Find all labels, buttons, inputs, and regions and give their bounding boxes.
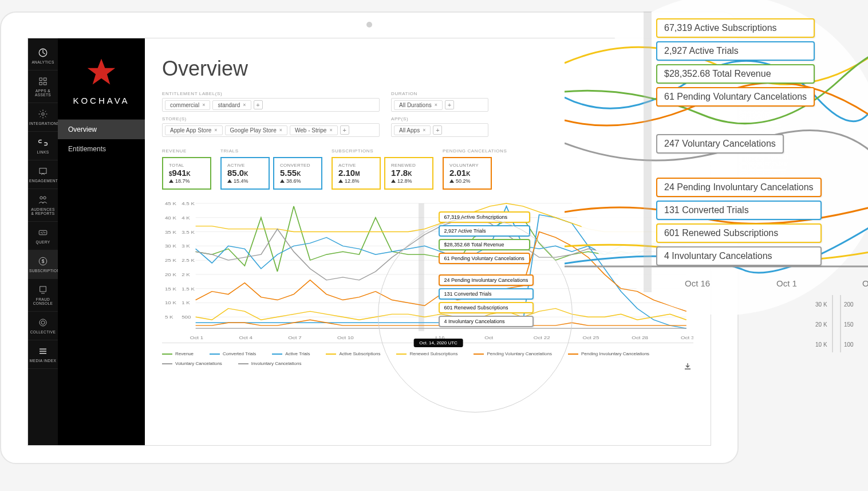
section-label: TRIALS xyxy=(220,148,322,154)
star-logo-icon xyxy=(86,57,117,88)
svg-text:15 K: 15 K xyxy=(165,286,176,292)
svg-text:10 K: 10 K xyxy=(165,300,176,305)
zoom-tip: 24 Pending Involuntary Cancelations xyxy=(656,178,822,197)
legend-item[interactable]: Active Trials xyxy=(272,349,310,358)
metric-card-active[interactable]: ACTIVE2.10M12.8% xyxy=(332,157,381,190)
svg-text:Oct 28: Oct 28 xyxy=(632,335,648,340)
rail-media-index[interactable]: MEDIA INDEX xyxy=(28,340,58,369)
legend-item[interactable]: Pending Involuntary Cancelations xyxy=(568,349,649,358)
rail-subscriptions[interactable]: $SUBSCRIPTIONS xyxy=(28,250,58,279)
magnifier-ring xyxy=(378,218,573,413)
rail-apps-assets[interactable]: APPS & ASSETS xyxy=(28,70,58,103)
svg-text:3.5 K: 3.5 K xyxy=(182,229,195,234)
duration-chipbar[interactable]: All Durations×+ xyxy=(391,98,488,112)
metric-card-voluntary[interactable]: VOLUNTARY2.01K50.2% xyxy=(443,157,492,190)
chip-commercial[interactable]: commercial× xyxy=(165,100,210,110)
chip-add-button[interactable]: + xyxy=(254,100,263,109)
chip-all-durations[interactable]: All Durations× xyxy=(394,100,443,110)
svg-text:Oct 1: Oct 1 xyxy=(776,278,797,288)
svg-marker-15 xyxy=(88,59,116,85)
svg-text:30 K: 30 K xyxy=(165,243,176,249)
rail-links[interactable]: LINKS xyxy=(28,132,58,160)
zoom-tip: 4 Involuntary Cancelations xyxy=(656,246,822,266)
media-index-icon xyxy=(29,346,57,356)
chip-web-stripe[interactable]: Web - Stripe× xyxy=(290,125,338,135)
svg-rect-0 xyxy=(40,78,42,81)
chip-all-apps[interactable]: All Apps× xyxy=(394,125,431,135)
chip-remove-icon[interactable]: × xyxy=(423,127,425,133)
rail-fraud-console[interactable]: FRAUD CONSOLE xyxy=(28,279,58,312)
sidenav-entitlements[interactable]: Entitlements xyxy=(58,139,145,159)
zoom-tip: 131 Converted Trials xyxy=(656,201,822,220)
svg-point-7 xyxy=(44,197,46,199)
apps-chipbar[interactable]: All Apps×+ xyxy=(391,123,488,137)
zoom-tip: 61 Pending Voluntary Cancelations xyxy=(656,87,815,107)
chip-remove-icon[interactable]: × xyxy=(214,127,217,133)
audiences-reports-icon xyxy=(29,195,57,205)
metric-card-active[interactable]: ACTIVE85.0K15.4% xyxy=(220,157,270,190)
chip-remove-icon[interactable]: × xyxy=(243,102,246,108)
entitlement-chipbar[interactable]: commercial×standard×+ xyxy=(162,98,380,112)
svg-text:Oct 16: Oct 16 xyxy=(685,278,710,288)
rail-analytics[interactable]: ANALYTICS xyxy=(28,42,58,70)
chip-remove-icon[interactable]: × xyxy=(435,102,437,108)
entitlement-label: ENTITLEMENT LABEL(S) xyxy=(162,91,380,96)
rail-engagement[interactable]: ENGAGEMENT xyxy=(28,160,58,189)
section-revenue: REVENUETOTAL$941K18.7% xyxy=(162,148,211,190)
legend-item[interactable]: Active Subscriptions xyxy=(326,349,380,358)
svg-point-4 xyxy=(42,113,45,116)
svg-text:200: 200 xyxy=(844,301,854,308)
rail-query[interactable]: </>QUERY xyxy=(28,222,58,250)
svg-text:O: O xyxy=(862,278,868,288)
download-icon[interactable] xyxy=(684,362,691,372)
section-label: SUBSCRIPTIONS xyxy=(332,148,433,154)
svg-text:1 K: 1 K xyxy=(182,300,190,305)
metric-card-renewed[interactable]: RENEWED17.8K12.8% xyxy=(384,157,433,190)
query-icon: </> xyxy=(29,227,57,238)
legend-item[interactable]: Converted Trials xyxy=(210,349,256,358)
svg-text:150: 150 xyxy=(844,321,854,328)
engagement-icon xyxy=(29,166,57,176)
svg-text:20 K: 20 K xyxy=(815,321,827,328)
chip-standard[interactable]: standard× xyxy=(212,100,251,110)
chip-add-button[interactable]: + xyxy=(340,125,349,135)
chip-remove-icon[interactable]: × xyxy=(329,127,332,133)
legend-item[interactable]: Voluntary Cancelations xyxy=(162,359,222,368)
sidenav-overview[interactable]: Overview xyxy=(58,120,145,139)
svg-text:Oct 31: Oct 31 xyxy=(681,335,693,340)
legend-item[interactable]: Involuntary Cancelations xyxy=(238,359,302,368)
chip-add-button[interactable]: + xyxy=(433,125,442,135)
brand-panel: KOCHAVA OverviewEntitlements xyxy=(58,38,145,445)
svg-text:Oct 7: Oct 7 xyxy=(288,335,301,340)
svg-text:35 K: 35 K xyxy=(165,229,176,234)
svg-text:Oct 25: Oct 25 xyxy=(583,335,599,340)
integrations-icon xyxy=(29,109,57,119)
metric-card-converted[interactable]: CONVERTED5.55K38.6% xyxy=(273,157,322,190)
svg-rect-2 xyxy=(40,83,42,85)
svg-rect-12 xyxy=(40,286,46,292)
chip-apple-app-store[interactable]: Apple App Store× xyxy=(165,125,223,135)
legend-item[interactable]: Revenue xyxy=(162,349,194,358)
duration-label: DURATION xyxy=(391,91,488,96)
svg-point-14 xyxy=(41,321,45,324)
svg-text:2 K: 2 K xyxy=(182,272,190,277)
svg-text:500: 500 xyxy=(182,315,191,320)
zoom-tip: $28,352.68 Total Revenue xyxy=(656,64,815,84)
rail-integrations[interactable]: INTEGRATIONS xyxy=(28,103,58,132)
chip-google-play-store[interactable]: Google Play Store× xyxy=(225,125,287,135)
rail-collective[interactable]: COLLECTIVE xyxy=(28,312,58,340)
svg-rect-3 xyxy=(44,83,47,85)
svg-text:100: 100 xyxy=(844,341,854,348)
chip-remove-icon[interactable]: × xyxy=(279,127,282,133)
chip-add-button[interactable]: + xyxy=(445,100,454,109)
brand-name: KOCHAVA xyxy=(64,96,139,105)
zoom-tip: 601 Renewed Subscriptions xyxy=(656,223,822,243)
rail-audiences-reports[interactable]: AUDIENCES & REPORTS xyxy=(28,189,58,222)
svg-text:30 K: 30 K xyxy=(815,301,827,308)
zoom-callout: Oct 16 Oct 1 O 67,319 Active Subscriptio… xyxy=(565,0,868,315)
metric-card-total[interactable]: TOTAL$941K18.7% xyxy=(162,157,211,190)
chip-remove-icon[interactable]: × xyxy=(202,102,205,108)
svg-text:5 K: 5 K xyxy=(165,315,173,320)
store-chipbar[interactable]: Apple App Store×Google Play Store×Web - … xyxy=(162,123,380,137)
zoom-tip: 247 Voluntary Cancelations xyxy=(656,134,784,154)
